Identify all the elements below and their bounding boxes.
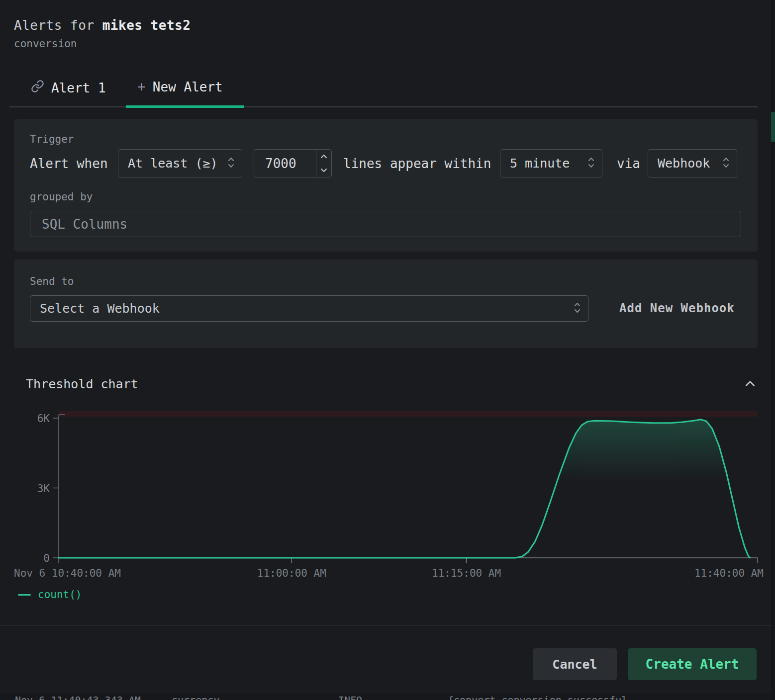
- channel-select-value: Webhook: [658, 156, 710, 171]
- x-tick-label: Nov 6 10:40:00 AM: [14, 567, 121, 579]
- log-level: INFO: [338, 694, 362, 700]
- footer-divider: [0, 625, 775, 626]
- chevron-updown-icon: [574, 301, 581, 316]
- grouped-by-input[interactable]: [30, 211, 741, 237]
- y-tick-label: 3K: [37, 483, 50, 495]
- create-alert-button[interactable]: Create Alert: [628, 648, 757, 680]
- threshold-input-group: [254, 149, 332, 177]
- series-area: [59, 420, 758, 558]
- scrollbar-thumb[interactable]: [771, 112, 775, 142]
- webhook-select-placeholder: Select a Webhook: [40, 301, 160, 316]
- time-window-value: 5 minute: [510, 156, 570, 171]
- grouped-by-label: grouped by: [30, 191, 93, 203]
- page-subtitle: conversion: [14, 38, 77, 50]
- log-service: currency: [172, 694, 219, 700]
- tab-new-alert[interactable]: + New Alert: [137, 80, 223, 94]
- tab-bar-divider: [9, 106, 758, 107]
- chevron-updown-icon: [227, 156, 235, 171]
- chart-legend: count(): [18, 589, 82, 601]
- alert-when-text: Alert when: [30, 156, 108, 171]
- condition-select[interactable]: At least (≥): [118, 149, 242, 177]
- channel-select[interactable]: Webhook: [648, 149, 737, 177]
- send-to-section: Send to Select a Webhook Add New Webhook: [14, 260, 758, 348]
- via-text: via: [617, 156, 640, 171]
- tab-alert-1[interactable]: Alert 1: [31, 80, 106, 96]
- legend-series-label: count(): [38, 589, 82, 601]
- collapse-chart-button[interactable]: [741, 377, 759, 392]
- stepper-up-button[interactable]: [316, 150, 331, 164]
- scrollbar-track: [771, 0, 775, 700]
- webhook-select[interactable]: Select a Webhook: [30, 295, 588, 322]
- x-tick-label: 11:40:00 AM: [694, 567, 764, 579]
- legend-line-swatch: [18, 594, 31, 596]
- trigger-section: Trigger Alert when At least (≥) lines ap: [14, 119, 758, 252]
- threshold-chart: 03K6KNov 6 10:40:00 AM11:00:00 AM11:15:0…: [14, 408, 764, 579]
- page-title-prefix: Alerts for: [14, 18, 102, 33]
- y-tick-label: 6K: [37, 413, 50, 425]
- log-message: {convert conversion successful: [448, 694, 627, 700]
- y-tick-label: 0: [43, 552, 50, 564]
- tab-alert-1-label: Alert 1: [51, 81, 106, 95]
- page-title-name: mikes tets2: [102, 18, 191, 33]
- send-to-label: Send to: [30, 275, 74, 287]
- x-tick-label: 11:00:00 AM: [257, 567, 326, 579]
- lines-appear-text: lines appear within: [343, 156, 491, 171]
- threshold-chart-title: Threshold chart: [26, 377, 138, 391]
- alert-dialog: Alerts for mikes tets2 conversion Alert …: [0, 0, 775, 700]
- tab-new-alert-label: New Alert: [153, 80, 223, 94]
- background-log-row: Nov 6 11:40:43.343 AM currency INFO {con…: [0, 693, 775, 700]
- x-tick-label: 11:15:00 AM: [432, 567, 501, 579]
- log-timestamp: Nov 6 11:40:43.343 AM: [15, 694, 141, 700]
- chevron-updown-icon: [722, 156, 730, 171]
- page-title: Alerts for mikes tets2: [14, 18, 191, 33]
- add-new-webhook-button[interactable]: Add New Webhook: [619, 301, 735, 315]
- chevron-updown-icon: [587, 156, 595, 171]
- plus-icon: +: [137, 80, 146, 94]
- link-icon: [31, 80, 44, 96]
- active-tab-underline: [126, 105, 244, 108]
- cancel-button[interactable]: Cancel: [533, 648, 617, 680]
- trigger-label: Trigger: [30, 133, 74, 145]
- time-window-select[interactable]: 5 minute: [500, 149, 602, 177]
- threshold-band: [59, 411, 758, 417]
- stepper-down-button[interactable]: [316, 164, 331, 177]
- threshold-chart-canvas: 03K6KNov 6 10:40:00 AM11:00:00 AM11:15:0…: [14, 408, 764, 579]
- condition-select-value: At least (≥): [128, 156, 218, 171]
- threshold-input[interactable]: [254, 150, 316, 177]
- threshold-stepper: [316, 150, 331, 177]
